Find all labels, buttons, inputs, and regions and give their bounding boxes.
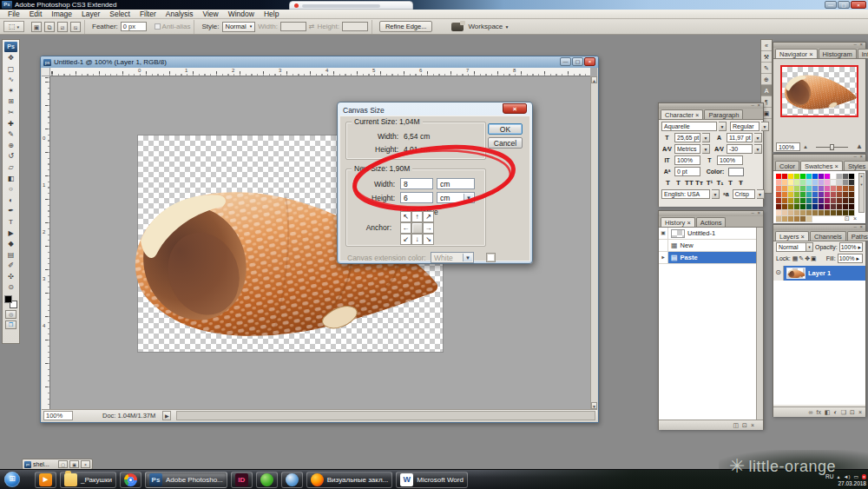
selection-mode-icon[interactable]: ⧄ <box>57 22 68 32</box>
text-style-button[interactable]: T¹ <box>706 179 713 187</box>
zoom-in-icon[interactable]: ▲ <box>856 142 863 150</box>
swatch[interactable] <box>782 216 788 222</box>
text-style-button[interactable]: T <box>674 179 682 187</box>
set-source-icon[interactable]: ▣ <box>659 228 668 239</box>
selection-mode-icon[interactable]: ⧅ <box>70 22 81 32</box>
swatch[interactable] <box>806 204 812 210</box>
text-style-button[interactable]: TT <box>685 179 693 187</box>
new-layer-icon[interactable]: ⊡ <box>850 409 855 416</box>
tab-actions[interactable]: Actions <box>696 217 727 227</box>
eraser-tool[interactable]: ▱ <box>4 162 17 174</box>
taskbar-photoshop[interactable]: PsAdobe Photosho... <box>145 472 227 488</box>
swatch[interactable] <box>782 204 788 210</box>
swatch[interactable] <box>819 198 825 204</box>
text-color-swatch[interactable] <box>728 168 744 176</box>
menu-image[interactable]: Image <box>47 10 76 18</box>
navigator-zoom-slider[interactable] <box>811 142 853 151</box>
swatch[interactable] <box>843 204 849 210</box>
swatch[interactable] <box>806 198 812 204</box>
zoom-out-icon[interactable]: ▲ <box>803 144 808 149</box>
swatch[interactable] <box>843 180 849 186</box>
swatch[interactable] <box>812 180 819 186</box>
doc-close-button[interactable]: × <box>81 460 90 468</box>
panel-collapse-icons[interactable]: ‒ × <box>853 224 864 229</box>
swatch[interactable] <box>831 186 837 192</box>
swatch[interactable] <box>794 192 800 198</box>
menu-file[interactable]: File <box>3 10 24 18</box>
baseline-shift-field-value[interactable]: 0 pt <box>674 167 700 176</box>
taskbar-folder[interactable]: _Ракушки <box>60 472 116 488</box>
swatch[interactable] <box>800 192 806 198</box>
swatch[interactable] <box>782 210 788 216</box>
taskbar-word[interactable]: WMicrosoft Word <box>396 472 468 488</box>
collapse-dock-icon[interactable]: « <box>761 40 772 51</box>
volume-icon[interactable]: ◄) <box>843 474 850 479</box>
taskbar-media-player[interactable]: ▶ <box>35 472 56 488</box>
swatch[interactable] <box>800 186 806 192</box>
text-style-button[interactable]: Ŧ <box>737 179 745 187</box>
horizontal-scale-field-value[interactable]: 100% <box>717 155 743 165</box>
delete-layer-icon[interactable]: × <box>858 409 862 416</box>
swatch[interactable] <box>800 198 806 204</box>
extension-color-select[interactable]: White▼ <box>431 252 474 263</box>
swatch[interactable] <box>819 204 825 210</box>
scroll-down-icon[interactable]: ▼ <box>591 402 597 409</box>
swatch[interactable] <box>794 216 800 222</box>
blend-mode-select[interactable]: Normal▼ <box>776 242 813 252</box>
swatch[interactable] <box>788 210 794 216</box>
swatch[interactable] <box>782 192 788 198</box>
swatch[interactable] <box>843 174 849 180</box>
extension-color-swatch[interactable] <box>486 253 496 262</box>
swatch[interactable] <box>825 174 831 180</box>
swatch[interactable] <box>849 186 855 192</box>
history-snapshot-row[interactable]: ▣ Untitled-1 <box>659 228 756 240</box>
new-swatch-icon[interactable]: ⊡ <box>845 215 850 222</box>
kerning-field-value[interactable]: Metrics <box>674 144 700 154</box>
workspace-button[interactable]: Workspace ▼ <box>468 23 509 30</box>
tab-paragraph[interactable]: Paragraph <box>704 109 743 119</box>
swatch[interactable] <box>800 204 806 210</box>
doc-restore-button[interactable]: ▢ <box>58 460 68 468</box>
menu-analysis[interactable]: Analysis <box>161 10 198 18</box>
anchor-arrow-cell[interactable]: ↘ <box>423 234 434 245</box>
network-icon[interactable]: ▭ <box>853 473 858 479</box>
hand-tool[interactable]: ✣ <box>4 272 17 283</box>
new-width-unit-select[interactable]: cm <box>437 178 475 189</box>
swatch[interactable] <box>788 174 794 180</box>
antialias-select[interactable]: Crisp▼ <box>733 189 765 199</box>
minimize-button[interactable]: — <box>825 1 837 9</box>
swatch[interactable] <box>849 180 855 186</box>
ok-button[interactable]: OK <box>488 123 523 135</box>
swatch[interactable] <box>788 216 794 222</box>
taskbar-firefox[interactable]: Визуальные закл... <box>306 472 392 488</box>
path-selection-tool[interactable]: ▶ <box>4 228 17 240</box>
dialog-close-button[interactable]: × <box>503 103 527 114</box>
swatch[interactable] <box>849 198 855 204</box>
swatch[interactable] <box>812 186 819 192</box>
chevron-down-icon[interactable]: ▼ <box>754 133 762 142</box>
swatch[interactable] <box>819 210 825 216</box>
tracking-field[interactable]: A∕V-30▼ <box>713 144 762 154</box>
clone-stamp-tool[interactable]: ⊕ <box>4 141 17 152</box>
tab-paths[interactable]: Paths <box>847 231 868 241</box>
history-state-row-selected[interactable]: ▸ ▤ Paste <box>659 252 756 264</box>
language-indicator[interactable]: RU <box>825 473 833 479</box>
swatch[interactable] <box>782 174 788 180</box>
swatch[interactable] <box>837 204 843 210</box>
refine-edge-button[interactable]: Refine Edge... <box>379 21 433 32</box>
swatch[interactable] <box>806 186 812 192</box>
anchor-arrow-cell[interactable]: ↗ <box>423 211 434 222</box>
menu-filter[interactable]: Filter <box>135 10 161 18</box>
swatch[interactable] <box>812 192 819 198</box>
tab-styles[interactable]: Styles <box>844 161 868 170</box>
menu-layer[interactable]: Layer <box>77 10 104 18</box>
swatch[interactable] <box>776 192 782 198</box>
layer-style-icon[interactable]: fx <box>816 409 820 416</box>
shape-tool[interactable]: ◆ <box>4 239 17 250</box>
menu-view[interactable]: View <box>198 10 222 18</box>
swatch[interactable] <box>819 180 825 186</box>
swatch[interactable] <box>800 216 806 222</box>
type-tool[interactable]: T <box>4 217 17 228</box>
horizontal-scrollbar[interactable] <box>176 411 595 420</box>
text-style-button[interactable]: T <box>727 179 734 187</box>
